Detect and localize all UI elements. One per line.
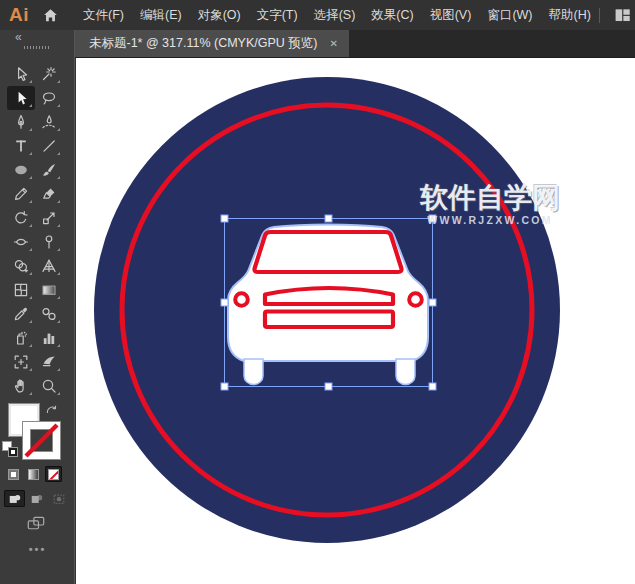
tool-direct-selection[interactable] [7, 86, 35, 110]
menu-items: 文件(F)编辑(E)对象(O)文字(T)选择(S)效果(C)视图(V)窗口(W)… [75, 0, 599, 30]
swap-fill-stroke-icon[interactable] [46, 403, 58, 421]
stroke-none-slash [23, 422, 60, 459]
menu-item-6[interactable]: 视图(V) [422, 0, 480, 30]
default-fill-stroke-button[interactable] [3, 442, 19, 458]
tool-shape-builder[interactable] [7, 254, 35, 278]
pen-icon [13, 114, 29, 130]
type-icon [13, 138, 29, 154]
tool-shaper[interactable] [7, 182, 35, 206]
draw-inside-button[interactable] [48, 490, 69, 507]
tool-eyedropper[interactable] [7, 302, 35, 326]
illustrator-window: Ai 文件(F)编辑(E)对象(O)文字(T)选择(S)效果(C)视图(V)窗口… [0, 0, 635, 584]
width-icon [13, 234, 29, 250]
gradient-button[interactable] [25, 466, 42, 482]
menu-bar: Ai 文件(F)编辑(E)对象(O)文字(T)选择(S)效果(C)视图(V)窗口… [0, 0, 635, 30]
tool-paintbrush[interactable] [35, 158, 63, 182]
tool-scale[interactable] [35, 206, 63, 230]
artboard-canvas[interactable]: 软件自学网 WWW.RJZXW.COM [76, 58, 635, 584]
menu-item-8[interactable]: 帮助(H) [541, 0, 599, 30]
screen-mode-icon[interactable] [24, 515, 48, 538]
eyedropper-icon [13, 306, 29, 322]
tool-gradient[interactable] [35, 278, 63, 302]
draw-normal-button[interactable] [4, 490, 25, 507]
tool-eraser[interactable] [35, 182, 63, 206]
tool-blend[interactable] [35, 302, 63, 326]
tool-zoom[interactable] [35, 374, 63, 398]
collapse-panel-button[interactable]: « [15, 30, 22, 44]
tool-puppet-warp[interactable] [35, 230, 63, 254]
line-icon [41, 138, 57, 154]
selection-handle[interactable] [429, 299, 436, 306]
car-icon[interactable] [228, 224, 428, 384]
selection-handle[interactable] [221, 383, 228, 390]
symbol-sprayer-icon [13, 330, 29, 346]
selection-handle[interactable] [429, 383, 436, 390]
menu-item-3[interactable]: 文字(T) [249, 0, 306, 30]
illustrator-logo: Ai [9, 4, 29, 26]
tool-line[interactable] [35, 134, 63, 158]
none-button[interactable] [45, 466, 62, 482]
menu-item-2[interactable]: 对象(O) [190, 0, 249, 30]
tool-slice[interactable] [35, 350, 63, 374]
document-tab[interactable]: 未标题-1* @ 317.11% (CMYK/GPU 预览) ✕ [75, 30, 349, 57]
tool-pen[interactable] [7, 110, 35, 134]
tool-magic-wand[interactable] [35, 62, 63, 86]
tool-symbol-sprayer[interactable] [7, 326, 35, 350]
document-tab-title: 未标题-1* @ 317.11% (CMYK/GPU 预览) [89, 35, 317, 52]
appearance-buttons [5, 466, 62, 482]
menu-item-1[interactable]: 编辑(E) [132, 0, 190, 30]
car-wheel-left[interactable] [244, 359, 263, 385]
selection-handle[interactable] [429, 215, 436, 222]
puppet-warp-icon [41, 234, 57, 250]
tool-lasso[interactable] [35, 86, 63, 110]
close-icon[interactable]: ✕ [329, 39, 337, 49]
home-icon[interactable] [42, 7, 59, 24]
zoom-icon [41, 378, 57, 394]
tool-rotate[interactable] [7, 206, 35, 230]
tool-graph[interactable] [35, 326, 63, 350]
mini-stroke-swatch [9, 448, 17, 456]
hand-icon [13, 378, 29, 394]
color-chip-icon [8, 469, 19, 480]
tool-hand[interactable] [7, 374, 35, 398]
menu-item-7[interactable]: 窗口(W) [479, 0, 540, 30]
direct-selection-icon [13, 90, 29, 106]
tool-artboard[interactable] [7, 350, 35, 374]
selection-handle[interactable] [325, 215, 332, 222]
car-body[interactable] [228, 224, 428, 361]
document-tab-bar: 未标题-1* @ 317.11% (CMYK/GPU 预览) ✕ [75, 30, 635, 58]
selection-handle[interactable] [325, 383, 332, 390]
gradient-chip-icon [28, 469, 39, 480]
mesh-icon [13, 282, 29, 298]
color-button[interactable] [5, 466, 22, 482]
menu-item-0[interactable]: 文件(F) [75, 0, 132, 30]
workspace-switcher-icon[interactable] [614, 7, 631, 24]
drawing-mode-buttons [4, 490, 69, 507]
scale-icon [41, 210, 57, 226]
tool-width[interactable] [7, 230, 35, 254]
tool-type[interactable] [7, 134, 35, 158]
tool-ellipse[interactable] [7, 158, 35, 182]
shape-builder-icon [13, 258, 29, 274]
tool-curvature[interactable] [35, 110, 63, 134]
tool-mesh[interactable] [7, 278, 35, 302]
artboard-icon [13, 354, 29, 370]
edit-toolbar-button[interactable]: ••• [0, 543, 75, 555]
car-wheel-right[interactable] [396, 359, 415, 385]
blend-icon [41, 306, 57, 322]
rotate-icon [13, 210, 29, 226]
perspective-grid-icon [41, 258, 57, 274]
stroke-color-swatch[interactable] [23, 422, 60, 459]
selection-icon [13, 66, 29, 82]
menu-item-5[interactable]: 效果(C) [363, 0, 421, 30]
tool-selection[interactable] [7, 62, 35, 86]
toolbar-drag-grip[interactable] [24, 46, 50, 49]
tools-grid [7, 62, 63, 398]
gradient-icon [41, 282, 57, 298]
draw-behind-button[interactable] [26, 490, 47, 507]
shaper-icon [13, 186, 29, 202]
selection-handle[interactable] [221, 215, 228, 222]
tool-perspective-grid[interactable] [35, 254, 63, 278]
selection-handle[interactable] [221, 299, 228, 306]
menu-item-4[interactable]: 选择(S) [306, 0, 364, 30]
